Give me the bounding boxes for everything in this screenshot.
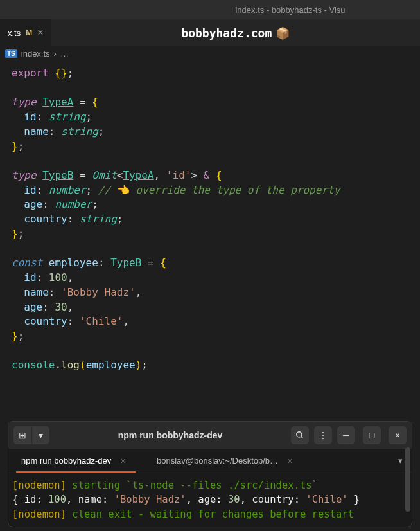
terminal-tab-shell[interactable]: borislav@borislav:~/Desktop/b… × (144, 449, 311, 473)
search-icon[interactable] (291, 426, 309, 444)
string: 'id' (166, 169, 191, 181)
tab-filename: x.ts (8, 28, 21, 38)
angle: > (191, 169, 197, 181)
output-number: 100 (48, 494, 66, 505)
semicolon: ; (18, 140, 24, 152)
minimize-button[interactable]: ─ (337, 426, 355, 444)
eq: = (73, 169, 92, 181)
editor-tab[interactable]: x.ts M × (0, 19, 51, 46)
scroll-thumb[interactable] (405, 447, 410, 512)
chevron-down-icon[interactable]: ▾ (31, 426, 49, 444)
output-text: } (348, 494, 360, 505)
prop: name (24, 125, 49, 138)
close-icon[interactable]: × (287, 455, 293, 466)
comma: , (67, 271, 74, 284)
colon: : (67, 315, 80, 327)
type-ref: string (61, 125, 98, 138)
variable: employee (42, 256, 98, 269)
colon: : (49, 286, 61, 298)
code-editor[interactable]: export {}; type TypeA = { id: string; na… (0, 61, 420, 378)
colon: : (42, 198, 55, 210)
colon: : (98, 256, 110, 269)
type-omit: Omit (92, 169, 117, 181)
prop: id (24, 271, 36, 284)
scrollbar[interactable] (404, 447, 410, 524)
brace: } (12, 140, 18, 152)
menu-icon[interactable]: ⋮ (314, 426, 332, 444)
close-icon[interactable]: × (37, 27, 43, 39)
maximize-button[interactable]: □ (363, 426, 381, 444)
terminal-window: ⊞ ▾ npm run bobbyhadz-dev ⋮ ─ □ × npm ru… (8, 421, 412, 527)
string: 'Bobby Hadz' (61, 286, 136, 298)
prop: country (24, 213, 67, 225)
brace: } (12, 228, 18, 240)
output-text: clean exit - waiting for changes before … (72, 509, 354, 520)
colon: : (37, 184, 49, 196)
chevron-right-icon: › (54, 49, 57, 59)
breadcrumb[interactable]: TS index.ts › … (0, 46, 420, 61)
type-ref: string (49, 111, 86, 123)
semicolon: ; (86, 111, 92, 123)
keyword-export: export (12, 67, 49, 79)
tab-bar: x.ts M × bobbyhadz.com 📦 (0, 19, 420, 46)
prop: country (24, 315, 67, 327)
angle: < (117, 169, 123, 181)
eq: = (141, 256, 160, 269)
colon: : (49, 125, 61, 138)
output-string: 'Chile' (306, 494, 347, 505)
prop: id (24, 184, 36, 196)
semicolon: ; (98, 125, 105, 138)
svg-line-1 (301, 436, 303, 438)
semicolon: ; (86, 184, 92, 196)
keyword-type: type (12, 96, 37, 108)
window-title-bar: index.ts - bobbyhadz-ts - Visu (0, 0, 420, 19)
prop: age (24, 198, 42, 210)
type-ref: number (49, 184, 86, 196)
brace: { (92, 96, 98, 108)
colon: : (67, 213, 80, 225)
output-number: 30 (228, 494, 240, 505)
terminal-tab-npm[interactable]: npm run bobbyhadz-dev × (8, 449, 144, 473)
type-ref: TypeA (123, 169, 153, 181)
comment-text: override the type of the property (130, 184, 340, 196)
colon: : (37, 271, 49, 284)
number: 30 (55, 301, 67, 313)
semicolon: ; (67, 67, 74, 79)
close-icon[interactable]: × (120, 455, 126, 466)
close-button[interactable]: × (389, 426, 407, 444)
type-ref: TypeB (110, 256, 141, 269)
prop: id (24, 111, 36, 123)
terminal-tabs: npm run bobbyhadz-dev × borislav@borisla… (8, 449, 412, 473)
tab-modified-indicator: M (26, 28, 32, 37)
breadcrumb-rest[interactable]: … (60, 49, 69, 59)
header-site: bobbyhadz.com 📦 (51, 19, 420, 46)
type-name: TypeB (42, 169, 73, 181)
object: console (12, 359, 55, 371)
semicolon: ; (117, 213, 123, 225)
dot: . (55, 359, 61, 371)
comma: , (67, 301, 74, 313)
window-title: index.ts - bobbyhadz-ts - Visu (235, 5, 345, 15)
arg: employee (86, 359, 136, 371)
terminal-output[interactable]: [nodemon] starting `ts-node --files ./sr… (8, 473, 412, 526)
brace: { (216, 169, 222, 181)
type-ref: string (80, 213, 117, 225)
breadcrumb-file[interactable]: index.ts (21, 49, 50, 59)
pointing-icon: 👈 (117, 184, 130, 196)
nodemon-tag: [nodemon] (12, 509, 72, 520)
terminal-tab-label: npm run bobbyhadz-dev (21, 456, 111, 465)
type-name: TypeA (42, 96, 73, 108)
semicolon: ; (18, 228, 24, 240)
braces: {} (55, 67, 67, 79)
output-text: starting `ts-node --files ./src/index.ts… (72, 480, 318, 491)
new-tab-button[interactable]: ⊞ (13, 426, 31, 444)
semicolon: ; (18, 330, 24, 342)
string: 'Chile' (80, 315, 123, 327)
comma: , (154, 169, 166, 181)
semicolon: ; (92, 198, 98, 210)
keyword-type: type (12, 169, 37, 181)
output-string: 'Bobby Hadz' (114, 494, 186, 505)
svg-point-0 (297, 431, 302, 437)
prop: name (24, 286, 49, 298)
output-text: , name: (66, 494, 114, 505)
